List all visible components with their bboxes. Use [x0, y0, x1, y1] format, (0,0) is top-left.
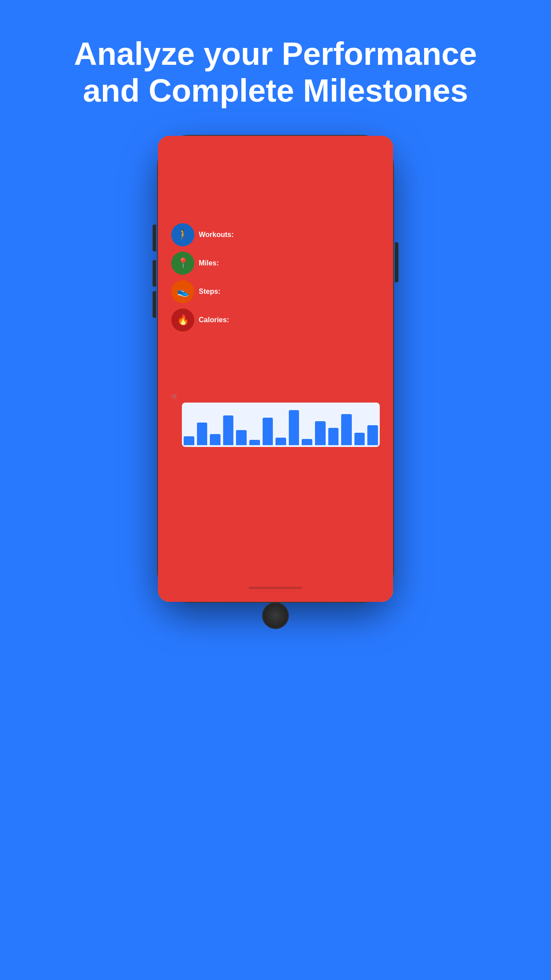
calories-icon: 🔥: [177, 314, 189, 326]
chart-bar: [341, 414, 352, 445]
steps-label: Steps:: [194, 288, 225, 296]
home-bar: [249, 587, 302, 589]
hero-title: Analyze your Performance and Complete Mi…: [0, 0, 551, 136]
phone-device: 9:41 AM 100% Statistics My: [158, 136, 393, 602]
chart-bar: [263, 418, 273, 445]
chart-area: 15: [171, 389, 380, 447]
chart-bar: [289, 410, 299, 445]
home-button[interactable]: [262, 602, 289, 629]
miles-icon: 📍: [177, 257, 189, 269]
milestones-section: My milestones 🚶 Workouts: 67 80 100: [164, 199, 387, 342]
chart-bar: [276, 438, 286, 445]
chart-bar: [315, 421, 326, 445]
chart-bar: [184, 436, 194, 445]
phone-frame: 9:41 AM 100% Statistics My: [158, 136, 393, 980]
chart-y-label: 15: [171, 394, 177, 399]
chart-bar: [197, 423, 208, 445]
chart-bar: [223, 415, 234, 445]
chart-bar: [328, 428, 339, 445]
chart-bar: [302, 439, 312, 445]
workouts-icon-bg: 🚶: [171, 223, 194, 246]
main-content[interactable]: My milestones 🚶 Workouts: 67 80 100: [164, 199, 387, 546]
chart-bar: [354, 433, 365, 445]
chart-bar: [210, 434, 220, 445]
bars-container: [184, 404, 378, 445]
calories-label: Calories:: [194, 316, 233, 324]
workouts-label: Workouts:: [194, 231, 238, 239]
miles-label: Miles:: [194, 259, 223, 267]
calories-icon-bg: 🔥: [171, 308, 194, 332]
phone-screen: 9:41 AM 100% Statistics My: [164, 142, 387, 596]
milestone-calories-row[interactable]: 🔥 Calories: 5 467 10k 15k: [171, 308, 380, 332]
chart-bar: [236, 430, 247, 445]
steps-icon: 👟: [177, 286, 189, 297]
workouts-icon: 🚶: [177, 229, 189, 241]
chart-bar: [367, 425, 378, 445]
chart-bar: [249, 440, 260, 445]
miles-icon-bg: 📍: [171, 252, 194, 275]
steps-icon-bg: 👟: [171, 280, 194, 303]
